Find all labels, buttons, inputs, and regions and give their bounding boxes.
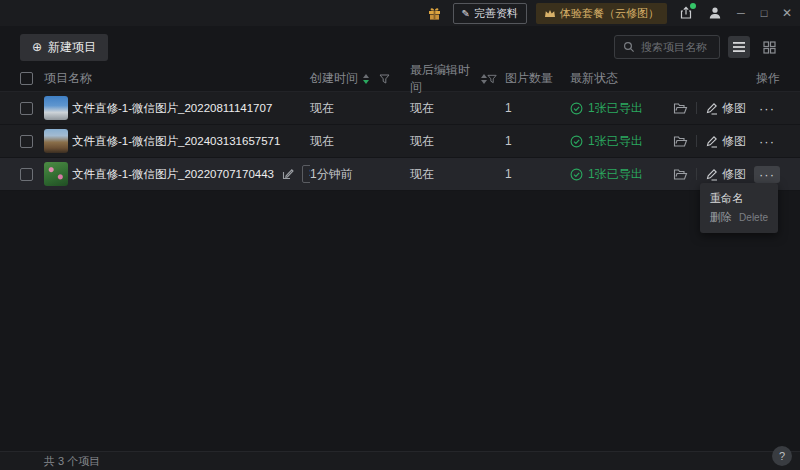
gift-icon[interactable]: [426, 4, 444, 22]
user-icon[interactable]: [705, 3, 725, 23]
retouch-button[interactable]: 修图: [705, 100, 746, 117]
retouch-pen-icon: [705, 102, 718, 115]
pen-icon: ✎: [462, 8, 470, 19]
filter-edited-icon[interactable]: [487, 74, 497, 84]
project-name-cell: 文件直修-1-微信图片_20220707170443 客户端: [72, 165, 310, 183]
status-badge: 1张已导出: [588, 133, 643, 150]
retouch-button[interactable]: 修图: [705, 166, 746, 183]
plan-badge-label: 体验套餐（云修图）: [560, 6, 659, 21]
list-view-button[interactable]: [728, 36, 750, 58]
complete-profile-button[interactable]: ✎ 完善资料: [453, 3, 527, 24]
maximize-button[interactable]: □: [757, 0, 771, 26]
menu-item-rename[interactable]: 重命名: [700, 190, 778, 207]
table-row[interactable]: 文件直修-1-微信图片_202403131657571 现在 现在 1 1张已导…: [0, 125, 800, 158]
status-cell: 1张已导出: [570, 133, 668, 150]
table-row[interactable]: 文件直修-1-微信图片_20220707170443 客户端 1分钟前 现在 1…: [0, 158, 800, 191]
actions-cell: 修图 ···: [668, 100, 780, 117]
folder-icon: [673, 135, 688, 148]
list-view-icon: [732, 41, 746, 53]
footer-bar: 共 3 个项目: [0, 451, 800, 470]
sort-created-icon[interactable]: [363, 74, 369, 84]
menu-item-delete[interactable]: 删除 Delete: [700, 209, 778, 226]
more-button[interactable]: ···: [754, 166, 780, 183]
open-folder-button[interactable]: [673, 168, 688, 181]
thumbnail-cell: [44, 162, 72, 186]
table-row[interactable]: 文件直修-1-微信图片_20220811141707 现在 现在 1 1张已导出: [0, 92, 800, 125]
new-project-label: 新建项目: [48, 39, 96, 56]
toolbar: ⊕ 新建项目: [0, 26, 800, 60]
grid-view-button[interactable]: [758, 36, 780, 58]
row-checkbox[interactable]: [20, 168, 33, 181]
share-icon[interactable]: [676, 3, 696, 23]
actions-cell: 修图 ···: [668, 166, 780, 183]
header-status: 最新状态: [570, 70, 668, 87]
row-checkbox[interactable]: [20, 102, 33, 115]
rename-pencil-glyph: [282, 168, 294, 180]
select-all-checkbox[interactable]: [20, 72, 33, 85]
project-name[interactable]: 文件直修-1-微信图片_20220811141707: [72, 101, 272, 116]
count-cell: 1: [505, 134, 570, 148]
status-cell: 1张已导出: [570, 166, 668, 183]
retouch-label: 修图: [722, 100, 746, 117]
notification-dot: [690, 3, 696, 9]
plus-circle-icon: ⊕: [32, 40, 42, 54]
project-thumbnail: [44, 96, 68, 120]
client-tag: 客户端: [302, 165, 310, 183]
actions-cell: 修图 ···: [668, 133, 780, 150]
row-checkbox[interactable]: [20, 135, 33, 148]
header-created: 创建时间: [310, 70, 410, 87]
header-edited-label[interactable]: 最后编辑时间: [410, 62, 476, 96]
header-actions: 操作: [668, 70, 780, 87]
action-divider: [696, 102, 697, 114]
retouch-label: 修图: [722, 166, 746, 183]
gift-icon-glyph: [427, 6, 442, 21]
check-circle-icon: [570, 135, 583, 148]
count-cell: 1: [505, 101, 570, 115]
minimize-button[interactable]: ─: [734, 0, 748, 26]
header-checkbox-cell: [20, 72, 44, 85]
check-circle-icon: [570, 168, 583, 181]
action-divider: [696, 135, 697, 147]
project-count-label: 共 3 个项目: [0, 454, 100, 469]
project-name[interactable]: 文件直修-1-微信图片_202403131657571: [72, 134, 280, 149]
user-icon-glyph: [708, 6, 722, 20]
open-folder-button[interactable]: [673, 102, 688, 115]
edited-cell: 现在: [410, 166, 505, 183]
project-name-cell: 文件直修-1-微信图片_20220811141707: [72, 101, 310, 116]
more-button[interactable]: ···: [754, 133, 780, 150]
search-input[interactable]: [641, 41, 711, 53]
created-cell: 现在: [310, 100, 410, 117]
folder-icon: [673, 102, 688, 115]
project-name[interactable]: 文件直修-1-微信图片_20220707170443: [72, 167, 274, 182]
action-divider: [696, 168, 697, 180]
retouch-pen-icon: [705, 135, 718, 148]
grid-view-icon: [763, 41, 776, 54]
new-project-button[interactable]: ⊕ 新建项目: [20, 34, 108, 61]
header-created-label[interactable]: 创建时间: [310, 70, 358, 87]
header-edited: 最后编辑时间: [410, 62, 505, 96]
retouch-label: 修图: [722, 133, 746, 150]
retouch-pen-icon: [705, 168, 718, 181]
created-cell: 1分钟前: [310, 166, 410, 183]
more-button[interactable]: ···: [754, 100, 780, 117]
retouch-button[interactable]: 修图: [705, 133, 746, 150]
status-badge: 1张已导出: [588, 100, 643, 117]
delete-shortcut: Delete: [739, 209, 768, 226]
row-checkbox-cell: [20, 135, 44, 148]
close-button[interactable]: ✕: [780, 0, 794, 26]
help-button[interactable]: ?: [772, 446, 792, 466]
open-folder-button[interactable]: [673, 135, 688, 148]
thumbnail-cell: [44, 129, 72, 153]
plan-badge-button[interactable]: 体验套餐（云修图）: [536, 3, 667, 24]
context-menu: 重命名 删除 Delete: [700, 183, 778, 233]
search-box[interactable]: [614, 35, 720, 59]
filter-created-icon[interactable]: [379, 74, 390, 84]
delete-label: 删除: [710, 209, 732, 226]
check-circle-icon: [570, 102, 583, 115]
complete-profile-label: 完善资料: [474, 6, 518, 21]
rename-icon[interactable]: [282, 168, 294, 180]
thumbnail-cell: [44, 96, 72, 120]
count-cell: 1: [505, 167, 570, 181]
project-name-cell: 文件直修-1-微信图片_202403131657571: [72, 134, 310, 149]
titlebar-actions: ✎ 完善资料 体验套餐（云修图）: [426, 0, 794, 26]
